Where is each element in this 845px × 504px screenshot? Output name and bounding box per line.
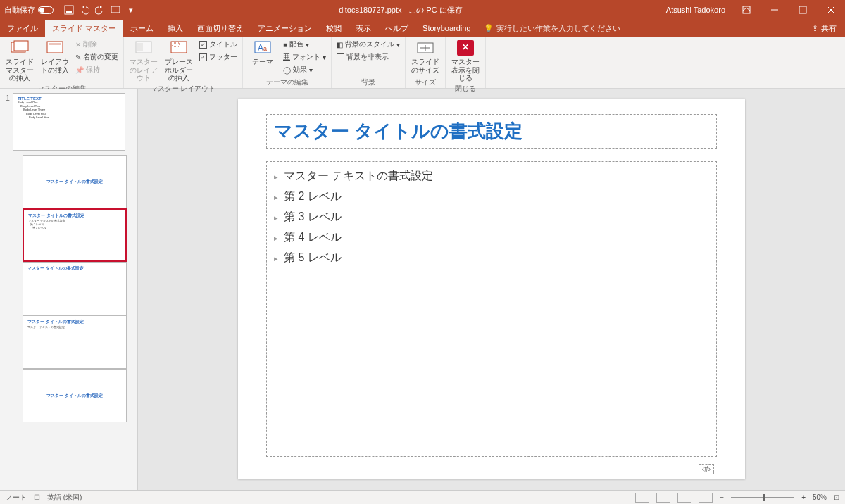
maximize-icon[interactable]: [789, 0, 817, 20]
delete-icon: ✕: [75, 41, 81, 49]
window-controls: [732, 0, 845, 20]
rename-icon: ✎: [75, 53, 81, 61]
search-icon: 💡: [484, 24, 494, 33]
slide-editor[interactable]: マスター タイトルの書式設定 マスター テキストの書式設定 第 2 レベル 第 …: [238, 99, 745, 479]
zoom-in-button[interactable]: +: [801, 493, 806, 501]
preserve-button[interactable]: 📌保持: [73, 63, 120, 76]
body-placeholder[interactable]: マスター テキストの書式設定 第 2 レベル 第 3 レベル 第 4 レベル 第…: [266, 161, 717, 457]
reading-view-icon[interactable]: [677, 493, 691, 503]
tab-insert[interactable]: 挿入: [161, 20, 190, 37]
accessibility-icon[interactable]: ☐: [34, 493, 40, 501]
tell-me-placeholder: 実行したい作業を入力してください: [496, 23, 620, 34]
autosave-switch[interactable]: [38, 6, 54, 14]
bg-style-button[interactable]: ◧背景のスタイル▾: [334, 38, 402, 51]
body-level-4[interactable]: 第 4 レベル: [274, 231, 342, 243]
tab-slide-master[interactable]: スライド マスター: [45, 20, 123, 37]
layout-thumbnail-5[interactable]: マスター タイトルの書式設定: [23, 369, 127, 422]
layout-thumbnail-3[interactable]: マスター タイトルの書式設定: [23, 262, 127, 315]
tab-file[interactable]: ファイル: [0, 20, 45, 37]
fonts-button[interactable]: 亜フォント▾: [281, 51, 328, 63]
layout-thumbnail-4[interactable]: マスター タイトルの書式設定マスター テキストの書式設定: [23, 315, 127, 369]
slide-title-text[interactable]: マスター タイトルの書式設定: [274, 119, 709, 144]
status-bar: ノート ☐ 英語 (米国) − + 50% ⊡: [0, 490, 845, 504]
delete-button[interactable]: ✕削除: [73, 38, 120, 51]
footer-checkbox[interactable]: ✓フッター: [197, 51, 239, 63]
master-layout-button[interactable]: マスターのレイアウト: [127, 38, 161, 84]
svg-text:a: a: [263, 45, 267, 52]
rename-button[interactable]: ✎名前の変更: [73, 51, 120, 63]
insert-layout-label: レイアウトの挿入: [39, 58, 70, 74]
hide-bg-checkbox[interactable]: 背景を非表示: [334, 51, 402, 63]
theme-button[interactable]: Aa テーマ: [246, 38, 280, 68]
title-placeholder[interactable]: マスター タイトルの書式設定: [266, 114, 717, 149]
notes-button[interactable]: ノート: [6, 493, 27, 503]
tell-me-search[interactable]: 💡 実行したい作業を入力してください: [478, 20, 626, 37]
body-level-2[interactable]: 第 2 レベル: [274, 190, 342, 202]
effects-icon: ◯: [283, 66, 291, 74]
thumbnail-pane[interactable]: 1 TITLE TEXT Body Level One Body Level T…: [0, 89, 138, 490]
slideshow-icon[interactable]: [110, 4, 121, 15]
fit-window-icon[interactable]: ⊡: [834, 493, 839, 501]
body-level-5[interactable]: 第 5 レベル: [274, 251, 342, 263]
qat-more-icon[interactable]: ▾: [125, 4, 137, 15]
bg-style-icon: ◧: [337, 41, 343, 49]
close-master-icon: ✕: [456, 39, 475, 56]
zoom-out-button[interactable]: −: [720, 493, 724, 501]
share-button[interactable]: ⇪ 共有: [803, 20, 845, 37]
zoom-level[interactable]: 50%: [813, 493, 827, 501]
master-thumbnail[interactable]: TITLE TEXT Body Level One Body Level Two…: [13, 93, 125, 151]
tab-home[interactable]: ホーム: [123, 20, 161, 37]
undo-icon[interactable]: [79, 4, 90, 15]
colors-button[interactable]: ■配色▾: [281, 38, 328, 51]
placeholder-button[interactable]: プレースホルダーの挿入: [162, 38, 196, 84]
redo-icon[interactable]: [94, 4, 106, 15]
workspace: 1 TITLE TEXT Body Level One Body Level T…: [0, 89, 845, 490]
window-title: dltocs180727.pptx - この PC に保存: [142, 5, 659, 15]
colors-icon: ■: [283, 41, 287, 49]
ribbon-options-icon[interactable]: [732, 0, 760, 20]
tab-view[interactable]: 表示: [349, 20, 378, 37]
layout-thumbnail-1[interactable]: マスター タイトルの書式設定: [23, 155, 127, 208]
master-number: 1: [3, 93, 13, 102]
zoom-slider[interactable]: [731, 497, 794, 498]
tab-review[interactable]: 校閲: [319, 20, 349, 37]
tab-transition[interactable]: 画面切り替え: [190, 20, 251, 37]
normal-view-icon[interactable]: [635, 493, 649, 503]
body-level-3[interactable]: 第 3 レベル: [274, 210, 342, 222]
effects-button[interactable]: ◯効果▾: [281, 63, 328, 76]
ribbon-group-theme: Aa テーマ ■配色▾ 亜フォント▾ ◯効果▾ テーマの編集: [243, 37, 332, 88]
tab-help[interactable]: ヘルプ: [378, 20, 415, 37]
minimize-icon[interactable]: [760, 0, 789, 20]
page-number-placeholder[interactable]: ‹#›: [699, 464, 714, 474]
svg-rect-9: [49, 43, 61, 45]
fonts-icon: 亜: [283, 52, 290, 62]
user-name[interactable]: Atsushi Tadokoro: [659, 6, 732, 14]
slideshow-view-icon[interactable]: [699, 493, 713, 503]
menu-bar: ファイル スライド マスター ホーム 挿入 画面切り替え アニメーション 校閲 …: [0, 20, 845, 37]
layout-thumbnail-2[interactable]: マスター タイトルの書式設定 マスター テキストの書式設定 第 2 レベル 第 …: [23, 208, 127, 262]
title-bar: 自動保存 ▾ dltocs180727.pptx - この PC に保存 Ats…: [0, 0, 845, 20]
close-icon[interactable]: [817, 0, 845, 20]
sorter-view-icon[interactable]: [656, 493, 670, 503]
ribbon-group-size: スライドのサイズ サイズ: [406, 37, 446, 88]
ribbon-group-close: ✕ マスター表示を閉じる 閉じる: [446, 37, 486, 88]
body-level-1[interactable]: マスター テキストの書式設定: [274, 170, 433, 182]
language-status[interactable]: 英語 (米国): [47, 493, 82, 503]
svg-rect-7: [14, 41, 28, 51]
ribbon-group-edit: スライド マスターの挿入 レイアウトの挿入 ✕削除 ✎名前の変更 📌保持 マスタ…: [0, 37, 124, 88]
ribbon-group-layout: マスターのレイアウト プレースホルダーの挿入 ✓タイトル ✓フッター マスター …: [124, 37, 243, 88]
master-layout-icon: [134, 39, 154, 56]
autosave-toggle[interactable]: 自動保存: [0, 5, 58, 15]
tab-animation[interactable]: アニメーション: [251, 20, 319, 37]
insert-slide-master-button[interactable]: スライド マスターの挿入: [3, 38, 37, 84]
slide-canvas[interactable]: マスター タイトルの書式設定 マスター テキストの書式設定 第 2 レベル 第 …: [138, 89, 845, 490]
save-icon[interactable]: [63, 4, 75, 15]
quick-access-toolbar: ▾: [58, 4, 142, 15]
title-checkbox[interactable]: ✓タイトル: [197, 38, 239, 51]
close-master-button[interactable]: ✕ マスター表示を閉じる: [449, 38, 482, 84]
tab-storyboarding[interactable]: Storyboarding: [415, 20, 478, 37]
slide-size-button[interactable]: スライドのサイズ: [408, 38, 442, 75]
slide-master-icon: [10, 39, 30, 56]
ribbon: スライド マスターの挿入 レイアウトの挿入 ✕削除 ✎名前の変更 📌保持 マスタ…: [0, 37, 845, 89]
insert-layout-button[interactable]: レイアウトの挿入: [38, 38, 72, 75]
